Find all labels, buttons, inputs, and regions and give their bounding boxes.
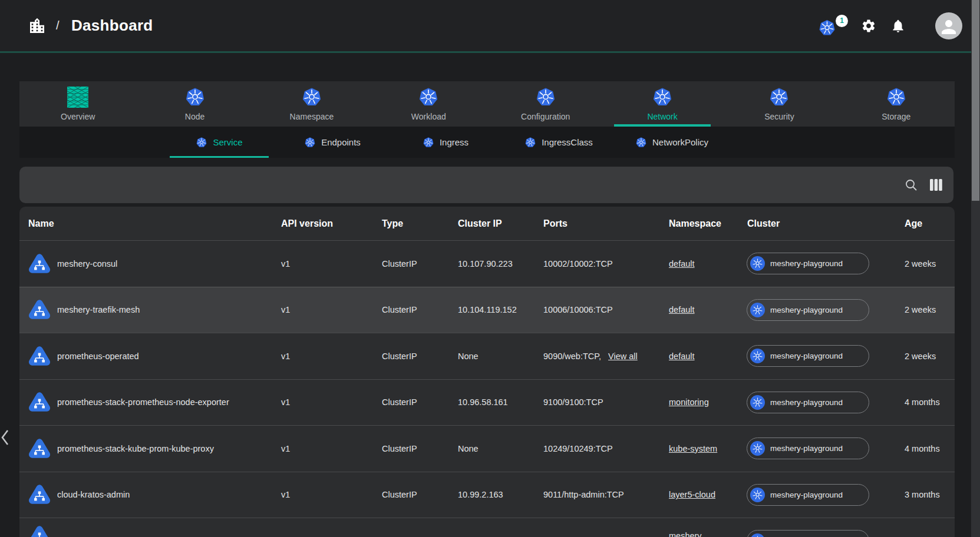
api-version: v1: [281, 287, 290, 333]
settings-icon[interactable]: [861, 18, 876, 34]
tab-configuration[interactable]: Configuration: [487, 81, 604, 127]
page-title: Dashboard: [71, 0, 153, 51]
breadcrumb-separator: /: [56, 0, 60, 51]
cluster-ip: 10.99.2.163: [458, 472, 503, 518]
service-icon: [28, 483, 51, 506]
table-row[interactable]: prometheus-operated v1 ClusterIP None 90…: [19, 333, 955, 379]
service-icon: [28, 525, 51, 537]
subtab-service[interactable]: Service: [163, 127, 276, 158]
cluster-chip[interactable]: meshery-playground: [747, 345, 869, 367]
cluster-ip: None: [458, 333, 479, 379]
column-ports[interactable]: Ports: [543, 207, 567, 240]
cluster-chip[interactable]: meshery-playground: [747, 253, 869, 274]
user-avatar[interactable]: [935, 12, 962, 39]
table-row[interactable]: meshery-consul v1 ClusterIP 10.107.90.22…: [19, 240, 955, 287]
tab-network[interactable]: Network: [604, 81, 721, 127]
age: 2 weeks: [905, 333, 936, 379]
tab-node[interactable]: Node: [136, 81, 253, 127]
view-all-ports-link[interactable]: View all: [608, 352, 638, 361]
service-type: ClusterIP: [382, 333, 417, 379]
kubernetes-context-icon[interactable]: [818, 19, 836, 37]
service-name: meshery-consul: [57, 259, 117, 268]
kubernetes-icon: [418, 87, 439, 108]
api-version: v1: [281, 380, 290, 426]
table-row[interactable]: meshery meshery-playground: [19, 518, 955, 537]
column-cluster-ip[interactable]: Cluster IP: [458, 207, 502, 240]
subtab-ingressclass[interactable]: IngressClass: [502, 127, 615, 158]
api-version: v1: [281, 333, 290, 379]
cluster-chip[interactable]: meshery-playground: [747, 530, 869, 537]
resource-category-tabs: Overview Node Namespace Workload Configu…: [19, 81, 955, 127]
column-name[interactable]: Name: [28, 207, 54, 240]
namespace-link[interactable]: default: [669, 305, 695, 314]
table-row[interactable]: prometheus-stack-kube-prom-kube-proxy v1…: [19, 425, 955, 472]
namespace-link[interactable]: layer5-cloud: [669, 490, 715, 499]
cluster-chip[interactable]: meshery-playground: [747, 437, 869, 459]
ports: 10006/10006:TCP: [543, 287, 613, 333]
service-type: ClusterIP: [382, 472, 417, 518]
age: 2 weeks: [905, 287, 936, 333]
namespace-link[interactable]: default: [669, 352, 695, 361]
kubernetes-icon: [535, 87, 556, 108]
table-row[interactable]: meshery-traefik-mesh v1 ClusterIP 10.104…: [19, 287, 955, 333]
page-scrollbar[interactable]: [971, 0, 980, 537]
subtab-endpoints[interactable]: Endpoints: [276, 127, 389, 158]
tab-storage[interactable]: Storage: [838, 81, 955, 127]
view-columns-icon[interactable]: [930, 179, 942, 191]
cluster-ip: 10.96.58.161: [458, 380, 508, 426]
tab-workload[interactable]: Workload: [370, 81, 487, 127]
tab-security[interactable]: Security: [721, 81, 837, 127]
meshery-logo-icon: [67, 87, 88, 108]
cluster-chip[interactable]: meshery-playground: [747, 392, 869, 413]
cluster-chip[interactable]: meshery-playground: [747, 299, 869, 321]
namespace-link[interactable]: default: [669, 259, 695, 268]
cluster-ip: 10.104.119.152: [458, 287, 517, 333]
namespace-link[interactable]: meshery: [669, 531, 702, 537]
cluster-ip: 10.107.90.223: [458, 241, 513, 287]
kubernetes-icon: [750, 256, 765, 271]
header-divider: [0, 51, 980, 53]
api-version: v1: [281, 241, 290, 287]
search-icon[interactable]: [905, 178, 918, 191]
column-api-version[interactable]: API version: [281, 207, 333, 240]
cluster-chip[interactable]: meshery-playground: [747, 484, 869, 506]
ports: 9011/http-admin:TCP: [543, 472, 624, 518]
column-age[interactable]: Age: [905, 207, 922, 240]
subtab-ingress[interactable]: Ingress: [389, 127, 502, 158]
kubernetes-icon: [423, 137, 434, 148]
subtab-networkpolicy[interactable]: NetworkPolicy: [615, 127, 728, 158]
ports: 9090/web:TCP,: [543, 352, 601, 361]
tab-namespace[interactable]: Namespace: [253, 81, 370, 127]
tab-overview[interactable]: Overview: [19, 81, 136, 127]
kubernetes-icon: [886, 87, 907, 108]
table-row[interactable]: cloud-kratos-admin v1 ClusterIP 10.99.2.…: [19, 472, 955, 518]
context-count-badge: 1: [836, 15, 848, 27]
service-icon: [28, 299, 51, 321]
service-name: prometheus-stack-kube-prom-kube-proxy: [57, 444, 214, 453]
service-name: meshery-traefik-mesh: [57, 305, 140, 314]
collapse-drawer-button[interactable]: [0, 427, 11, 448]
column-type[interactable]: Type: [382, 207, 403, 240]
dashboard-page: / Dashboard 1 Overview Node Namespace Wo…: [0, 0, 980, 537]
namespace-link[interactable]: kube-system: [669, 444, 717, 453]
service-icon: [28, 391, 51, 413]
kubernetes-icon: [750, 395, 765, 410]
organization-icon[interactable]: [28, 16, 47, 35]
kubernetes-icon: [750, 533, 765, 537]
api-version: v1: [281, 426, 290, 472]
column-namespace[interactable]: Namespace: [669, 207, 721, 240]
notifications-icon[interactable]: [890, 18, 906, 34]
namespace-link[interactable]: monitoring: [669, 397, 709, 407]
column-cluster[interactable]: Cluster: [747, 207, 780, 240]
age: 2 weeks: [905, 241, 936, 287]
service-type: ClusterIP: [382, 380, 417, 426]
services-table: Name API version Type Cluster IP Ports N…: [19, 207, 955, 537]
ports: 10249/10249:TCP: [543, 426, 613, 472]
age: 4 months: [905, 426, 940, 472]
service-name: prometheus-operated: [57, 352, 139, 361]
kubernetes-icon: [304, 137, 316, 148]
table-header: Name API version Type Cluster IP Ports N…: [19, 207, 955, 240]
scrollbar-thumb[interactable]: [972, 0, 979, 201]
kubernetes-icon: [524, 137, 536, 148]
table-row[interactable]: prometheus-stack-prometheus-node-exporte…: [19, 379, 955, 426]
